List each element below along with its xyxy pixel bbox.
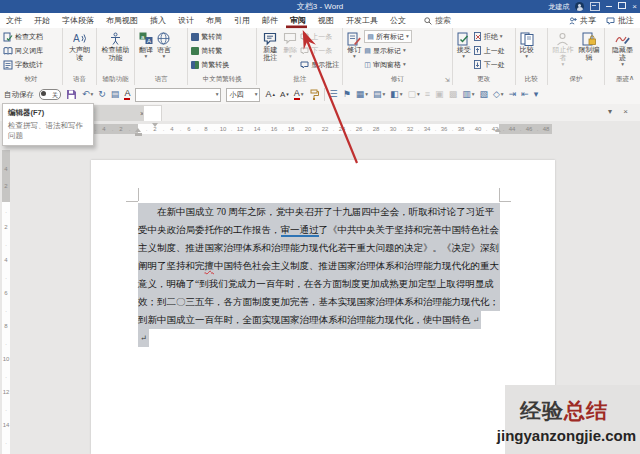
compare-button[interactable]: 比较 ▾ [519,30,535,61]
user-avatar[interactable] [575,2,584,11]
text-line: 到新中国成立一百年时，全面实现国家治理体系和治理能力现代化，使中国特色↵ [138,311,500,329]
tab-layout-view[interactable]: 布局视图 [100,15,144,26]
grow-font-icon[interactable]: A▴ [265,90,275,99]
show-comments-icon [300,61,309,69]
search-box[interactable]: 搜索 [424,15,451,26]
tab-design[interactable]: 设计 [172,15,200,26]
collapse-ribbon-icon[interactable]: ∧ [629,74,634,82]
title-bar: 文档3 - Word 龙建成 × [0,0,640,13]
trad-to-simp-button[interactable]: 繁转简 [191,30,229,43]
first-line-indent-marker[interactable] [152,123,158,127]
tab-developer[interactable]: 开发工具 [340,15,384,26]
chart-icon[interactable]: ▧ [479,90,488,99]
borders-icon[interactable]: ▤▾ [373,90,385,99]
document-text[interactable]: 在新中国成立 70 周年之际，党中央召开了十九届四中全会，听取和讨论了习近平 受… [138,203,500,347]
close-button[interactable]: × [632,0,637,13]
align-objects-icon[interactable]: ≡ [425,90,430,99]
block-authors-button[interactable]: 阻止作者 ▾ [551,30,575,69]
share-button[interactable]: 共享 [569,15,596,26]
delete-comment-button[interactable]: 删除 ▾ [282,30,298,61]
tab-bar-close-icon[interactable]: × [623,107,628,116]
tab-official-doc[interactable]: 公文 [384,15,412,26]
right-indent-marker[interactable] [495,128,501,132]
reviewing-pane-button[interactable]: ◫ 审阅窗格 ▾ [364,58,411,71]
check-accessibility-button[interactable]: 检查辅助功能 [100,30,131,63]
track-changes-button[interactable]: 修订 ▾ [346,30,362,61]
tab-review[interactable]: 审阅 [284,15,312,26]
font-color-icon[interactable]: A▾ [294,89,304,101]
tab-font-paragraph[interactable]: 字体段落 [56,15,100,26]
table-icon[interactable]: ▦▾ [356,90,368,99]
shading-icon[interactable]: ◧▾ [390,90,402,99]
ribbon-review: 检查文档 同义词库 字数统计 校对 A 大声朗读 语音 [0,28,640,86]
word-count-button[interactable]: 字数统计 [3,58,43,71]
tab-mailings[interactable]: 邮件 [256,15,284,26]
previous-change-button[interactable]: 上一处 [474,44,505,57]
left-indent-marker[interactable] [135,133,142,136]
more-options-icon[interactable]: ▾ [534,90,539,99]
autosave-toggle[interactable]: 关 [39,89,61,100]
tab-insert[interactable]: 插入 [144,15,172,26]
thesaurus-button[interactable]: 同义词库 [3,44,43,57]
next-change-button[interactable]: 下一处 [474,58,505,71]
restore-button[interactable] [618,0,626,13]
quick-table-icon[interactable]: ▥▾ [462,90,474,99]
tab-file[interactable]: 文件 [0,15,28,26]
print-preview-icon[interactable]: ▤ [111,90,120,99]
tab-references[interactable]: 引用 [228,15,256,26]
tooltip-body: 检查拼写、语法和写作问题 [8,121,88,141]
accept-button[interactable]: 接受 ▾ [456,30,472,61]
share-label: 共享 [580,15,596,26]
shapes-icon[interactable]: ◇▾ [493,90,504,99]
crop-mark-top-left [138,188,139,201]
all-markup-dropdown[interactable]: ▤ 所有标记 ▾ [364,30,411,43]
format-painter-icon[interactable] [309,89,319,100]
undo-button[interactable]: ↶▾ [82,90,93,99]
autosave-label: 自动保存 [4,90,34,100]
save-icon[interactable] [66,89,77,100]
redo-button[interactable]: ↻ [98,90,106,99]
show-comments-button[interactable]: 显示批注 [300,58,339,71]
vertical-ruler[interactable]: 246810121424········ [2,137,10,454]
account-user-name[interactable]: 龙建成 [548,2,569,12]
new-comment-button[interactable]: 新建批注 [260,30,280,63]
read-aloud-button[interactable]: A 大声朗读 [66,30,93,63]
wrap-text-icon[interactable]: ▣ [435,90,444,99]
line-break-mark: ↵ [471,316,482,325]
simp-to-trad-icon [191,47,199,55]
comments-button[interactable]: 批注 [606,15,634,26]
simp-trad-convert-button[interactable]: 简繁转换 [191,58,229,71]
previous-comment-button[interactable]: 上一条 [300,30,339,43]
bookmark-icon[interactable]: ⚑ [343,90,351,99]
translate-button[interactable]: aA 翻译 ▾ [138,30,154,61]
layers-icon[interactable]: ▩ [449,90,458,99]
reviewing-pane-icon: ◫ [364,61,371,68]
show-markup-button[interactable]: ▤ 显示标记 ▾ [364,44,411,57]
crop-mark-top-right [499,188,500,201]
reject-button[interactable]: 拒绝 ▾ [474,30,505,43]
tab-home[interactable]: 开始 [28,15,56,26]
restrict-editing-button[interactable]: 限制编辑 [577,30,601,63]
group-ink: 隐藏墨迹 ▾ 墨迹 [605,28,640,85]
indent-decrease-icon[interactable]: ⇤ [521,90,529,99]
simp-to-trad-button[interactable]: 简转繁 [191,44,229,57]
font-size-combo[interactable]: 小四▾ [226,88,260,102]
svg-text:A: A [147,38,151,44]
check-document-button[interactable]: 检查文档 [3,30,43,43]
paragraph-marks-icon[interactable]: ☰ [330,90,338,99]
minimize-button[interactable] [606,0,612,13]
tab-list-dropdown-icon[interactable]: ▾ [608,107,612,116]
hanging-indent-marker[interactable] [135,128,141,132]
language-button[interactable]: 语言 ▾ [156,30,172,61]
ribbon-display-options-icon[interactable] [590,2,600,11]
tab-view[interactable]: 视图 [312,15,340,26]
style-inspector-icon[interactable]: A [124,89,130,100]
hide-ink-button[interactable]: 隐藏墨迹 ▾ [608,30,637,69]
horizontal-ruler[interactable]: 2468101214161820222426283032343638404244… [0,121,640,137]
next-comment-button[interactable]: 下一条 [300,44,339,57]
tab-page-layout[interactable]: 布局 [200,15,228,26]
font-name-combo[interactable]: ▾ [135,88,221,102]
text-frame-icon[interactable]: ▢▾ [408,90,420,99]
shrink-font-icon[interactable]: A▾ [280,91,289,99]
indent-increase-icon[interactable]: ⇥ [509,90,517,99]
